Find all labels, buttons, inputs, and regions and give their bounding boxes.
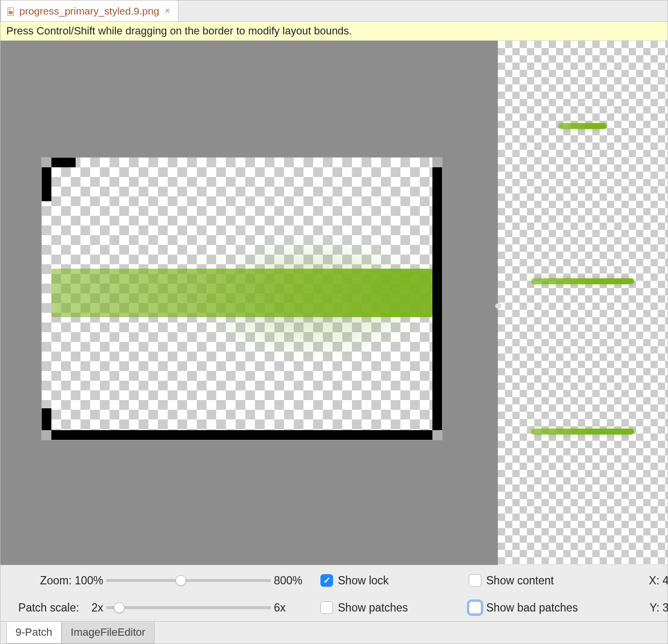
- show-lock-checkbox[interactable]: ✓ Show lock: [320, 574, 466, 587]
- file-tab-bar: progress_primary_styled.9.png ×: [0, 0, 668, 22]
- checkbox-icon: ✓: [320, 574, 333, 587]
- image-file-icon: [7, 7, 16, 16]
- preview-background: [498, 41, 668, 565]
- show-bad-patches-checkbox[interactable]: Show bad patches: [469, 601, 609, 614]
- corner-pixel: [432, 430, 442, 440]
- scale-max: 6x: [274, 601, 318, 614]
- image-content-bar: [51, 269, 432, 317]
- stretch-marker-top[interactable]: [51, 158, 76, 167]
- checkbox-icon: [320, 601, 333, 614]
- hint-bar: Press Control/Shift while dragging on th…: [0, 22, 668, 41]
- svg-point-2: [9, 9, 11, 10]
- stretch-marker-left[interactable]: [42, 167, 51, 201]
- splitter-handle[interactable]: [495, 303, 501, 309]
- checkbox-label: Show content: [486, 574, 554, 587]
- bottom-tab-bar: 9-Patch ImageFileEditor: [0, 621, 668, 644]
- preview-sample: [558, 123, 607, 129]
- controls-panel: Zoom: 100% 800% ✓ Show lock Show content…: [0, 565, 668, 621]
- zoom-slider[interactable]: [106, 579, 271, 582]
- close-icon[interactable]: ×: [163, 6, 172, 16]
- file-tab-name: progress_primary_styled.9.png: [19, 5, 159, 17]
- corner-pixel: [42, 430, 51, 440]
- checkbox-label: Show lock: [338, 574, 389, 587]
- svg-rect-1: [9, 11, 13, 14]
- workspace: [0, 41, 668, 565]
- checkbox-label: Show bad patches: [486, 601, 578, 614]
- checkbox-label: Show patches: [338, 601, 408, 614]
- show-patches-checkbox[interactable]: Show patches: [320, 601, 466, 614]
- zoom-label: Zoom: 100%: [40, 574, 103, 587]
- corner-pixel: [42, 158, 51, 167]
- cursor-y: Y: 33 px: [650, 601, 668, 614]
- nine-patch-image[interactable]: [41, 157, 443, 440]
- stretch-marker-left[interactable]: [42, 408, 51, 430]
- scale-label: Patch scale: 2x: [18, 601, 103, 614]
- content-marker-bottom[interactable]: [51, 430, 432, 440]
- checkbox-icon: [469, 601, 481, 614]
- corner-pixel: [432, 158, 442, 167]
- editor-canvas[interactable]: [0, 41, 498, 565]
- preview-sample: [531, 429, 634, 435]
- zoom-max: 800%: [274, 574, 318, 587]
- patch-scale-slider[interactable]: [106, 606, 271, 609]
- app-root: progress_primary_styled.9.png × Press Co…: [0, 0, 668, 644]
- checkbox-icon: [469, 574, 481, 587]
- preview-sample: [531, 278, 634, 284]
- show-content-checkbox[interactable]: Show content: [469, 574, 609, 587]
- file-tab[interactable]: progress_primary_styled.9.png ×: [0, 0, 178, 21]
- tab-image-file-editor[interactable]: ImageFileEditor: [62, 622, 155, 644]
- preview-pane: [498, 41, 668, 565]
- cursor-x: X: 45 px: [649, 574, 668, 587]
- tab-9-patch[interactable]: 9-Patch: [6, 622, 62, 644]
